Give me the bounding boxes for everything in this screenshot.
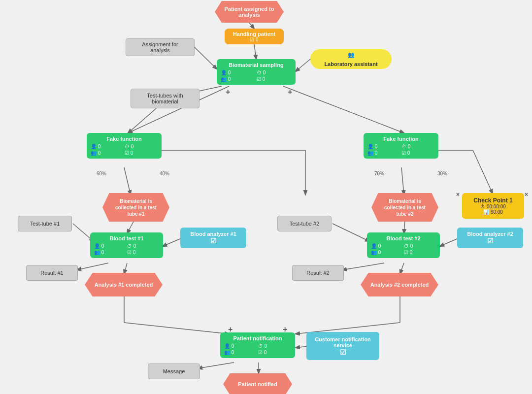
fake-function-2-title: Fake function	[383, 136, 419, 142]
svg-line-22	[342, 263, 384, 270]
test-tube-2-node[interactable]: Test-tube #2	[277, 216, 332, 231]
biomaterial-sampling-title: Biomaterial sampling	[229, 62, 283, 68]
svg-line-11	[401, 167, 404, 195]
svg-line-2	[195, 47, 217, 69]
svg-line-14	[127, 221, 134, 233]
fake-function-1-title: Fake function	[106, 136, 142, 142]
svg-line-13	[473, 150, 493, 194]
svg-line-16	[163, 238, 181, 246]
laboratory-assistant-node[interactable]: 👥 Laboratory assistant	[310, 49, 392, 69]
icon-clock1: ⏱ 0	[257, 70, 292, 75]
svg-line-1	[254, 44, 256, 59]
blood-analyzer-2-node[interactable]: Blood analyzer #2 ☑	[457, 228, 523, 248]
patient-notification-title: Patient notification	[233, 335, 282, 341]
pct-30-label: 30%	[437, 171, 447, 176]
message-node[interactable]: Message	[148, 363, 200, 379]
message-label: Message	[163, 368, 185, 374]
svg-line-6	[283, 86, 404, 133]
assignment-analysis-label: Assignment for analysis	[132, 41, 188, 53]
checkpoint-1-title: Check Point 1	[473, 197, 512, 204]
fake-function-2-node[interactable]: Fake function 👤 0 ⏱ 0 👥 0 ☑ 0	[364, 133, 438, 159]
test-tubes-biomaterial-node[interactable]: Test-tubes withbiomaterial	[131, 89, 200, 108]
blood-analyzer-1-node[interactable]: Blood analyzer #1 ☑	[180, 228, 246, 248]
patient-notified-node[interactable]: Patient notified	[223, 373, 292, 394]
result-1-label: Result #1	[40, 270, 63, 276]
svg-line-25	[124, 323, 229, 334]
icon-person1: 👤 0	[221, 70, 256, 75]
patient-notification-node[interactable]: Patient notification 👤 0 ⏱ 0 👥 0 ☑ 0	[220, 332, 295, 358]
biomaterial-sampling-node[interactable]: Biomaterial sampling 👤 0 ⏱ 0 👥 0 ☑ 0	[217, 59, 296, 85]
svg-line-20	[332, 224, 369, 241]
biomaterial-1-label: Biomaterial is collected in a test tube …	[115, 198, 157, 217]
svg-line-29	[198, 362, 234, 368]
gateway-plus-right: +	[288, 88, 292, 97]
result-1-node[interactable]: Result #1	[26, 265, 78, 281]
svg-line-19	[404, 221, 405, 233]
customer-notification-node[interactable]: Customer notificationservice ☑	[306, 332, 379, 360]
pct-70-label: 70%	[374, 171, 384, 176]
laboratory-assistant-label: Laboratory assistant	[324, 61, 377, 67]
handling-patient-node[interactable]: Handling patient ☑ 0	[225, 29, 284, 44]
blood-test-1-node[interactable]: Blood test #1 👤 0 ⏱ 0 👥 0 ☑ 0	[90, 232, 163, 258]
result-2-label: Result #2	[306, 270, 329, 276]
biomaterial-collected-1-node[interactable]: Biomaterial is collected in a test tube …	[102, 193, 169, 222]
blood-analyzer-2-label: Blood analyzer #2	[467, 231, 513, 237]
result-2-node[interactable]: Result #2	[292, 265, 344, 281]
svg-line-8	[124, 167, 131, 195]
analysis-1-completed-node[interactable]: Analysis #1 completed	[85, 273, 163, 296]
blood-test-2-title: Blood test #2	[386, 235, 420, 241]
biomaterial-2-label: Biomaterial is collected in a test tube …	[384, 198, 426, 217]
analysis-2-label: Analysis #2 completed	[370, 282, 429, 288]
gateway-plus-left: +	[226, 88, 230, 97]
icon-check1: ☑ 0	[257, 76, 292, 82]
test-tube-1-label: Test-tube #1	[30, 221, 60, 227]
fake-function-1-node[interactable]: Fake function 👤 0 ⏱ 0 👥 0 ☑ 0	[87, 133, 162, 159]
blood-test-1-title: Blood test #1	[109, 235, 143, 241]
svg-line-18	[124, 263, 127, 274]
workflow-canvas: Patient assigned to analysis Handling pa…	[0, 0, 532, 394]
analysis-1-label: Analysis #1 completed	[95, 282, 153, 288]
handling-patient-label: Handling patient	[233, 31, 275, 37]
customer-notification-label: Customer notificationservice	[315, 336, 371, 348]
svg-line-23	[400, 263, 404, 274]
svg-line-3	[296, 59, 310, 71]
biomaterial-collected-2-node[interactable]: Biomaterial is collected in a test tube …	[371, 193, 438, 222]
test-tube-2-label: Test-tube #2	[290, 221, 320, 227]
pct-40-label: 40%	[160, 171, 169, 176]
svg-line-0	[249, 23, 254, 29]
checkpoint-close-left[interactable]: ×	[456, 191, 460, 198]
pct-60-label: 60%	[97, 171, 106, 176]
analysis-2-completed-node[interactable]: Analysis #2 completed	[361, 273, 438, 296]
test-tube-1-node[interactable]: Test-tube #1	[18, 216, 72, 231]
assignment-analysis-node[interactable]: Assignment for analysis	[126, 38, 195, 56]
blood-test-2-node[interactable]: Blood test #2 👤 0 ⏱ 0 👥 0 ☑ 0	[367, 232, 440, 258]
patient-assigned-node[interactable]: Patient assigned to analysis	[215, 1, 284, 23]
patient-assigned-label: Patient assigned to analysis	[225, 6, 274, 18]
blood-analyzer-1-label: Blood analyzer #1	[190, 231, 236, 237]
checkpoint-close-right[interactable]: ×	[525, 191, 528, 198]
patient-notified-label: Patient notified	[238, 381, 277, 387]
icon-group1: 👥 0	[221, 76, 256, 82]
svg-line-17	[77, 263, 108, 270]
lab-icon: 👥	[348, 52, 355, 58]
checkpoint-1-node[interactable]: Check Point 1 ⏱ 00:00:00 📊 $0.00	[462, 193, 524, 219]
svg-line-21	[440, 238, 458, 246]
test-tubes-label: Test-tubes withbiomaterial	[147, 93, 183, 104]
